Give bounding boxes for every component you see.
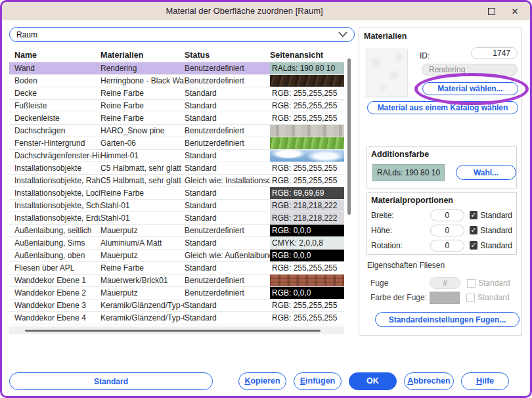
help-button-label: Hilfe — [462, 373, 508, 389]
materials-table: Name Materialien Status Seitenansicht Wa… — [9, 48, 344, 324]
column-header-name[interactable]: Name — [9, 51, 100, 60]
row-seitenansicht-swatch: RALds: 190 80 10 — [270, 62, 344, 74]
row-material: Reine Farbe — [100, 87, 185, 99]
vertical-scrollbar[interactable] — [346, 48, 352, 326]
table-row[interactable]: Wanddekor Ebene 4Keramik/Glänzend/Typ-0S… — [9, 312, 344, 324]
table-row[interactable]: InstallationsobjekteC5 Halbmatt, sehr gl… — [9, 162, 344, 175]
material-proportions-group: Materialproportionen Breite: 0 ✓ Standar… — [366, 192, 517, 255]
row-name: Boden — [9, 75, 100, 87]
row-seitenansicht-swatch: RGB: 0,0,0 — [270, 225, 344, 236]
table-row[interactable]: BodenHerringbone - Black WalrBenutzerdef… — [9, 75, 344, 87]
row-material: Mauerwerk/Brick01 — [100, 275, 185, 286]
horizontal-scrollbar[interactable] — [9, 326, 344, 334]
vertical-scrollbar-thumb[interactable] — [347, 58, 351, 215]
choose-color-button[interactable]: Wahl... — [456, 165, 516, 180]
table-row[interactable]: DachschrägenHARO_Snow pineBenutzerdefini… — [9, 125, 344, 137]
row-status: Standard — [185, 237, 270, 249]
copy-button[interactable]: Kopieren — [238, 372, 286, 390]
joint-label: Fuge — [370, 278, 430, 288]
table-row[interactable]: Fliesen über APLReine FarbeStandardRGB: … — [9, 262, 344, 275]
row-status: Standard — [185, 162, 270, 174]
width-label: Breite: — [371, 211, 430, 220]
check-icon: ✓ — [471, 227, 477, 234]
room-filter-dropdown[interactable]: Raum — [9, 27, 355, 42]
row-material: C5 Halbmatt, sehr glatt — [100, 175, 185, 187]
row-name: Installationsobjekte, Rah — [9, 175, 100, 187]
row-name: Dachschrägen — [9, 125, 100, 137]
row-name: Außenlaibung, oben — [9, 250, 100, 261]
table-row[interactable]: Installationsobjekte, SchrStahl-01Standa… — [9, 200, 344, 212]
row-material: Mauerputz — [100, 287, 185, 299]
table-row[interactable]: Außenlaibung, obenMauerputzGleich wie: A… — [9, 250, 344, 262]
proportions-title: Materialproportionen — [371, 196, 453, 205]
row-material: Stahl-01 — [100, 212, 185, 224]
row-name: Wanddekor Ebene 4 — [9, 312, 100, 324]
row-name: Dachschrägenfenster-Hin — [9, 150, 100, 162]
dialog-title: Material der Oberfläche zuordnen [Raum] — [2, 2, 487, 20]
row-name: Installationsobjekte, Loch — [9, 187, 100, 199]
close-button[interactable]: ✕ — [506, 5, 523, 17]
table-row[interactable]: Außenlaibung, seitlichMauerputzBenutzerd… — [9, 225, 344, 237]
help-button[interactable]: Hilfe — [461, 372, 509, 390]
row-status: Standard — [185, 100, 270, 112]
table-row[interactable]: WandRenderingBenutzerdefiniertRALds: 190… — [9, 62, 344, 75]
row-material: Keramik/Glänzend/Typ-0 — [100, 299, 185, 311]
table-row[interactable]: Installationsobjekte, ErduStahl-01Standa… — [9, 212, 344, 225]
table-row[interactable]: Wanddekor Ebene 2MauerputzBenutzerdefini… — [9, 287, 344, 299]
ok-button[interactable]: OK — [349, 372, 397, 390]
table-row[interactable]: DeckenleisteReine FarbeStandardRGB: 255,… — [9, 112, 344, 125]
row-material: Herringbone - Black Walr — [100, 75, 185, 87]
material-preview-thumbnail[interactable] — [366, 49, 408, 97]
width-field[interactable]: 0 — [430, 210, 464, 221]
row-seitenansicht-swatch: RGB: 218,218,222 — [270, 200, 344, 211]
chevron-down-icon — [338, 32, 347, 37]
row-status: Standard — [185, 212, 270, 224]
joint-defaults-button[interactable]: Standardeinstellungen Fugen... — [375, 312, 520, 327]
height-standard-checkbox[interactable]: ✓ — [470, 226, 477, 234]
horizontal-scrollbar-thumb[interactable] — [25, 330, 321, 332]
row-status: Gleich wie: Installationso — [185, 175, 270, 187]
table-body: WandRenderingBenutzerdefiniertRALds: 190… — [9, 62, 344, 324]
table-row[interactable]: FußleisteReine FarbeStandardRGB: 255,255… — [9, 100, 344, 112]
id-field[interactable]: 1747 — [471, 47, 518, 59]
choose-material-button[interactable]: Material wählen... — [422, 82, 518, 95]
ok-button-label: OK — [349, 373, 396, 389]
standard-button[interactable]: Standard — [9, 372, 213, 390]
row-name: Außenlaibung, Sims — [9, 237, 100, 249]
table-row[interactable]: Installationsobjekte, RahC5 Halbmatt, se… — [9, 175, 344, 187]
table-row[interactable]: Dachschrägenfenster-HinHimmel-01Standard — [9, 150, 344, 162]
cancel-button[interactable]: Abbrechen — [404, 372, 454, 390]
paste-button[interactable]: Einfügen — [294, 372, 342, 390]
table-row[interactable]: DeckeReine FarbeStandardRGB: 255,255,255 — [9, 87, 344, 100]
row-status: Standard — [185, 87, 270, 99]
row-seitenansicht-swatch: RGB: 255,255,255 — [270, 299, 344, 311]
rotation-field[interactable]: 0 — [430, 240, 464, 252]
height-field[interactable]: 0 — [430, 225, 464, 236]
joint-field: # — [430, 277, 460, 289]
column-header-seitenansicht[interactable]: Seitenansicht — [270, 51, 344, 60]
choose-from-catalog-button[interactable]: Material aus einem Katalog wählen — [367, 101, 518, 114]
addition-color-group: Additionsfarbe RALds: 190 80 10 Wahl... — [366, 146, 517, 188]
row-name: Wanddekor Ebene 2 — [9, 287, 100, 299]
table-row[interactable]: Außenlaibung, SimsAluminium/A MattStanda… — [9, 237, 344, 250]
width-standard-checkbox[interactable]: ✓ — [470, 211, 477, 219]
column-header-materialien[interactable]: Materialien — [100, 51, 185, 60]
row-material: Mauerputz — [100, 250, 185, 261]
joint-color-standard-checkbox — [466, 294, 475, 302]
table-row[interactable]: Wanddekor Ebene 3Keramik/Glänzend/Typ-0S… — [9, 299, 344, 312]
table-row[interactable]: Wanddekor Ebene 1Mauerwerk/Brick01Benutz… — [9, 275, 344, 287]
column-header-status[interactable]: Status — [185, 51, 270, 60]
close-icon: ✕ — [512, 7, 519, 16]
rotation-standard-checkbox[interactable]: ✓ — [470, 241, 477, 250]
row-seitenansicht-swatch: RGB: 0,0,0 — [270, 287, 344, 299]
row-seitenansicht-swatch — [270, 275, 344, 286]
row-status: Benutzerdefiniert — [185, 275, 270, 286]
table-row[interactable]: Installationsobjekte, LochReine FarbeSta… — [9, 187, 344, 200]
maximize-button[interactable] — [483, 5, 500, 17]
panel-title: Materialien — [364, 32, 407, 41]
table-row[interactable]: Fenster-HintergrundGarten-06Benutzerdefi… — [9, 137, 344, 150]
maximize-icon — [488, 8, 495, 15]
row-seitenansicht-swatch: RGB: 69,69,69 — [270, 187, 344, 199]
row-seitenansicht-swatch: RGB: 255,255,255 — [270, 312, 344, 324]
material-name-field: Rendering — [422, 64, 518, 76]
